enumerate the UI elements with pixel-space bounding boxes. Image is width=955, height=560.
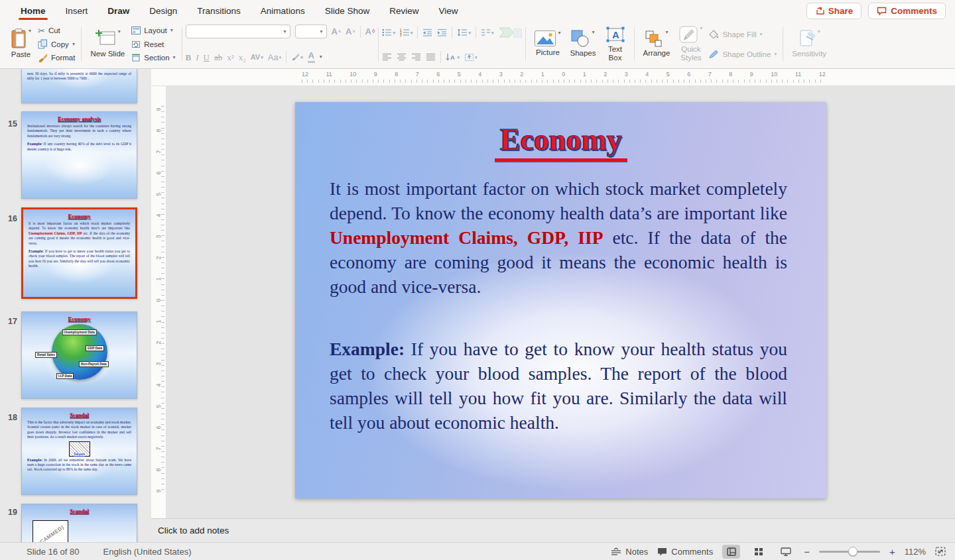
tab-draw[interactable]: Draw: [97, 0, 139, 21]
new-slide-dropdown-chevron[interactable]: ▾: [118, 29, 121, 34]
tab-home[interactable]: Home: [11, 0, 56, 21]
tab-view[interactable]: View: [428, 0, 468, 21]
slide-sorter-view-button[interactable]: [749, 545, 767, 559]
italic-button[interactable]: I: [196, 53, 198, 62]
tab-transitions[interactable]: Transitions: [187, 0, 251, 21]
zoom-slider[interactable]: [819, 551, 880, 553]
copy-button[interactable]: Copy ▾: [38, 38, 75, 50]
text-box-label: Text Box: [608, 45, 622, 62]
justify-button[interactable]: [426, 53, 436, 61]
picture-dropdown-chevron[interactable]: ▾: [558, 30, 560, 36]
slide-title[interactable]: Economy: [495, 122, 627, 161]
thumbnail-slide-19[interactable]: Scandal SCAMMED) Satyam: [21, 504, 137, 542]
grow-font-button[interactable]: A˄: [332, 27, 341, 36]
comments-button[interactable]: Comments: [868, 3, 946, 19]
tab-animations[interactable]: Animations: [251, 0, 315, 21]
font-name-select[interactable]: ▾: [186, 25, 290, 38]
bold-button[interactable]: B: [186, 53, 192, 62]
share-button[interactable]: Share: [806, 3, 862, 19]
shape-outline-button[interactable]: Shape Outline ▾: [709, 48, 777, 60]
ribbon-tabs: Home Insert Draw Design Transitions Anim…: [11, 0, 468, 21]
text-box-button[interactable]: A Text Box: [603, 25, 628, 63]
clear-formatting-button[interactable]: A◊: [365, 27, 375, 36]
align-text-button[interactable]: ▾: [464, 53, 478, 62]
reset-button[interactable]: Reset: [131, 38, 175, 50]
convert-to-smartart-button[interactable]: [498, 25, 522, 40]
cut-button[interactable]: ✂ Cut: [38, 25, 75, 37]
layout-button[interactable]: Layout ▾: [131, 25, 175, 37]
shape-fill-button[interactable]: Shape Fill ▾: [709, 28, 777, 40]
underline-button[interactable]: U: [204, 53, 210, 62]
zoom-in-button[interactable]: +: [889, 546, 895, 557]
align-left-button[interactable]: [382, 53, 392, 61]
text-direction-icon: A: [446, 53, 456, 62]
subscript-button[interactable]: x₂: [239, 53, 246, 62]
notes-toggle-button[interactable]: Notes: [611, 547, 648, 557]
layout-dropdown-chevron[interactable]: ▾: [170, 28, 173, 33]
columns-button[interactable]: ▾: [481, 28, 494, 36]
font-color-dropdown-chevron[interactable]: ▾: [320, 54, 322, 60]
thumbnail-slide-16-selected[interactable]: Economy It is most important factor on w…: [21, 207, 137, 299]
tab-review[interactable]: Review: [379, 0, 428, 21]
thumbnail-slide-18[interactable]: Scandal This is the factor that adversel…: [21, 408, 137, 495]
numbering-button[interactable]: 123 ▾: [400, 28, 413, 36]
align-right-button[interactable]: [411, 53, 421, 61]
slide-canvas[interactable]: Economy It is most important factor on w…: [295, 102, 826, 498]
pencil-icon: [709, 50, 719, 58]
bullets-button[interactable]: ▾: [382, 28, 395, 36]
smartart-icon: [498, 25, 522, 40]
strikethrough-button[interactable]: ab: [214, 53, 222, 62]
character-spacing-button[interactable]: AV▾: [251, 54, 263, 61]
picture-button[interactable]: ▾ Picture: [532, 30, 563, 58]
copy-dropdown-chevron[interactable]: ▾: [72, 42, 75, 47]
language-indicator[interactable]: English (United States): [103, 547, 192, 557]
format-painter-label: Format: [51, 54, 75, 62]
font-size-select[interactable]: ▾: [295, 25, 327, 38]
slideshow-view-button[interactable]: [777, 545, 795, 559]
increase-indent-button[interactable]: [437, 28, 447, 36]
text-direction-button[interactable]: A ▾: [446, 53, 460, 62]
layout-label: Layout: [144, 27, 167, 34]
slide-body-text[interactable]: It is most important factor on which sto…: [330, 176, 787, 435]
new-slide-button[interactable]: ▾ New Slide: [88, 28, 127, 59]
picture-label: Picture: [536, 48, 560, 57]
shapes-dropdown-chevron[interactable]: ▾: [592, 30, 594, 35]
paste-button[interactable]: ▾ Paste: [8, 28, 34, 60]
change-case-button[interactable]: Aa▾: [268, 53, 281, 62]
tab-insert[interactable]: Insert: [56, 0, 98, 21]
section-dropdown-chevron[interactable]: ▾: [173, 55, 176, 60]
sensitivity-group: ▾ Sensitivity: [787, 23, 832, 65]
paste-dropdown-chevron[interactable]: ▾: [29, 28, 31, 34]
tab-design[interactable]: Design: [139, 0, 187, 21]
ribbon-separator: [783, 27, 783, 61]
thumbnail-slide-17[interactable]: Economy Unemployment Data GDP Data Retai…: [21, 311, 137, 399]
thumbnail-slide-15[interactable]: Economy analysis Institutional investors…: [21, 111, 137, 199]
thumbnail-slide-14[interactable]: next 30 days. So if nifty is presently a…: [21, 69, 137, 103]
font-color-button[interactable]: A: [308, 51, 315, 63]
zoom-level[interactable]: 112%: [905, 547, 926, 557]
arrange-dropdown-chevron[interactable]: ▾: [665, 30, 668, 35]
notes-pane[interactable]: Click to add notes: [151, 518, 955, 542]
align-center-button[interactable]: [397, 53, 407, 61]
divider: [417, 27, 418, 38]
highlight-color-button[interactable]: ▾: [291, 53, 303, 62]
shapes-button[interactable]: ▾ Shapes: [567, 29, 598, 58]
tab-slide-show[interactable]: Slide Show: [315, 0, 380, 21]
shrink-font-button[interactable]: A˅: [346, 27, 355, 36]
line-spacing-button[interactable]: ▾: [457, 28, 471, 36]
comments-toggle-button[interactable]: Comments: [657, 547, 713, 557]
normal-view-button[interactable]: [722, 545, 740, 559]
zoom-out-button[interactable]: −: [804, 546, 810, 557]
superscript-button[interactable]: x²: [227, 53, 233, 62]
comment-icon: [877, 7, 887, 15]
sensitivity-button[interactable]: ▾ Sensitivity: [789, 28, 829, 59]
section-button[interactable]: Section ▾: [131, 52, 175, 64]
decrease-indent-button[interactable]: [422, 28, 432, 36]
comments-label: Comments: [891, 6, 937, 16]
slide-thumbnail-panel[interactable]: next 30 days. So if nifty is presently a…: [0, 69, 151, 542]
fit-slide-to-window-button[interactable]: [935, 547, 946, 556]
zoom-slider-knob[interactable]: [848, 547, 858, 556]
quick-styles-button[interactable]: ▾ Quick Styles: [676, 25, 705, 63]
arrange-button[interactable]: ▾ Arrange: [641, 29, 673, 58]
format-painter-button[interactable]: Format: [38, 52, 75, 64]
